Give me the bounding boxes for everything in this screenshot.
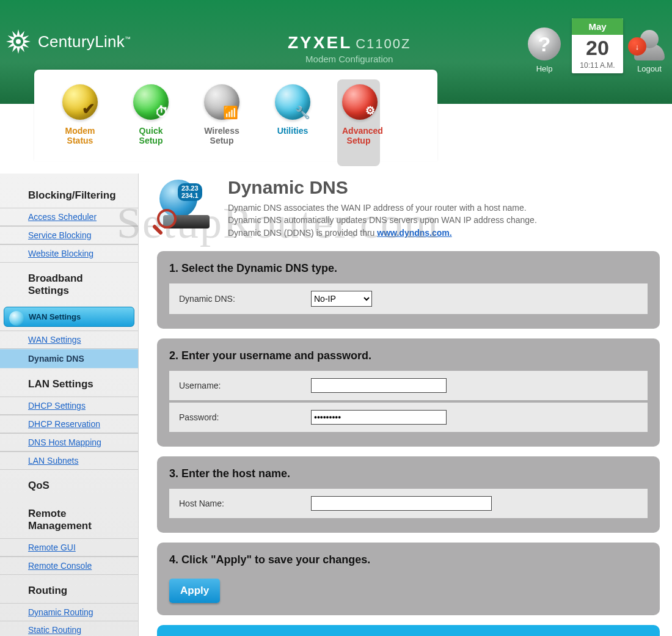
sidebar-item-dynamic-dns[interactable]: Dynamic DNS [0,349,138,368]
sidebar: Blocking/Filtering Access Scheduler Serv… [0,174,139,636]
step-3: 3. Enter the host name. Host Name: [157,456,660,533]
device-title: ZYXELC1100Z Modem Configuration [288,33,411,64]
download-arrow-icon: ↓ [628,37,646,56]
sidebar-item-service-blocking[interactable]: Service Blocking [0,226,138,244]
step-4-title: 4. Click "Apply" to save your changes. [169,554,648,566]
sidebar-group-qos[interactable]: QoS [0,470,138,498]
sidebar-item-remote-console[interactable]: Remote Console [0,557,138,575]
wireless-setup-icon: 📶 [204,84,239,120]
sidebar-group-routing[interactable]: Routing [0,575,138,603]
username-input[interactable] [311,378,447,393]
sidebar-item-wan-settings[interactable]: WAN Settings [0,331,138,349]
top-nav: ✔ ModemStatus ⏱ QuickSetup 📶 WirelessSet… [34,70,437,161]
tab-utilities[interactable]: 🔧 Utilities [271,84,314,161]
sidebar-item-dynamic-routing[interactable]: Dynamic Routing [0,603,138,621]
header: CenturyLink™ ZYXELC1100Z Modem Configura… [0,0,672,104]
password-label: Password: [179,412,301,422]
sidebar-group-broadband[interactable]: Broadband Settings [0,263,138,303]
step-2: 2. Enter your username and password. Use… [157,338,660,447]
hostname-label: Host Name: [179,499,301,508]
sidebar-item-dhcp-settings[interactable]: DHCP Settings [0,397,138,415]
sidebar-item-static-routing[interactable]: Static Routing [0,621,138,636]
calendar-month: May [572,18,623,35]
quick-setup-icon: ⏱ [133,84,169,120]
utilities-icon: 🔧 [275,84,310,120]
content: SetupRouter.com 23.23234.1 Dynamic DNS D… [139,174,672,636]
step-1: 1. Select the Dynamic DNS type. Dynamic … [157,251,660,329]
logout-button[interactable]: ↓ Logout [634,30,665,73]
step-3-title: 3. Enter the host name. [169,467,648,480]
help-button[interactable]: ? Help [528,27,561,73]
sidebar-group-lan[interactable]: LAN Settings [0,368,138,397]
username-label: Username: [179,381,301,390]
tab-wireless-setup[interactable]: 📶 WirelessSetup [200,84,243,161]
tab-modem-status[interactable]: ✔ ModemStatus [59,84,101,161]
calendar-day: 20 [572,35,623,61]
apply-button[interactable]: Apply [169,579,220,603]
brand: CenturyLink™ [5,28,131,55]
sidebar-group-blocking[interactable]: Blocking/Filtering [0,180,138,208]
ddns-type-label: Dynamic DNS: [179,294,301,304]
sidebar-group-wan[interactable]: WAN Settings [4,307,134,327]
page-title: Dynamic DNS [228,177,537,198]
sidebar-item-remote-gui[interactable]: Remote GUI [0,538,138,557]
advanced-setup-icon: ⚙ [342,84,378,120]
help-icon: ? [528,27,561,60]
step-2-title: 2. Enter your username and password. [169,349,648,362]
step-4: 4. Click "Apply" to save your changes. A… [157,543,660,615]
sidebar-item-dns-host-mapping[interactable]: DNS Host Mapping [0,433,138,451]
sidebar-item-website-blocking[interactable]: Website Blocking [0,244,138,263]
password-input[interactable] [311,410,447,425]
step-1-title: 1. Select the Dynamic DNS type. [169,262,648,275]
sidebar-item-access-scheduler[interactable]: Access Scheduler [0,208,138,226]
dyndns-link[interactable]: www.dyndns.com. [377,228,451,238]
calendar-widget: May 20 10:11 A.M. [572,18,623,73]
sidebar-group-remote[interactable]: Remote Management [0,498,138,538]
ddns-type-select[interactable]: No-IP [311,291,372,307]
page-description: Dynamic DNS associates the WAN IP addres… [228,202,537,239]
ddns-hero-icon: 23.23234.1 [157,177,213,233]
brand-name: CenturyLink™ [38,32,131,51]
sidebar-item-lan-subnets[interactable]: LAN Subnets [0,451,138,470]
modem-status-icon: ✔ [62,84,98,120]
tab-advanced-setup[interactable]: ⚙ AdvancedSetup [337,79,380,166]
svg-point-0 [16,39,21,44]
ddns-report-panel: Dynamic DNS Reporting [157,625,660,636]
tab-quick-setup[interactable]: ⏱ QuickSetup [130,84,172,161]
hostname-input[interactable] [311,496,492,511]
centurylink-logo-icon [5,28,32,55]
sidebar-item-dhcp-reservation[interactable]: DHCP Reservation [0,415,138,433]
user-icon: ↓ [634,30,665,60]
calendar-time: 10:11 A.M. [572,61,623,73]
